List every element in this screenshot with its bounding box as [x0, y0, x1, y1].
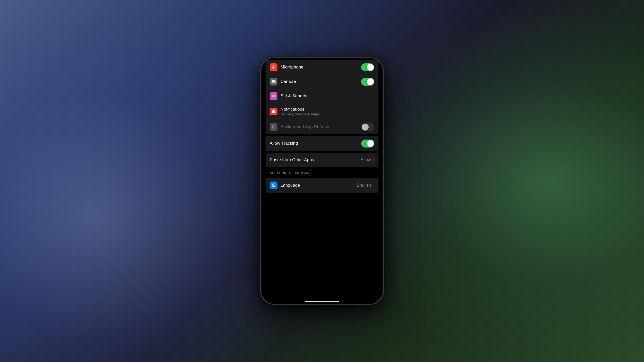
language-group: Language English ›: [266, 178, 378, 193]
permissions-group: Microphone: [266, 60, 378, 134]
microphone-label: Microphone: [281, 65, 361, 70]
settings-scroll[interactable]: Microphone: [261, 58, 383, 304]
power-button[interactable]: [383, 99, 384, 117]
camera-row[interactable]: Camera: [266, 74, 378, 89]
allow-tracking-toggle[interactable]: [361, 140, 374, 148]
siri-icon: [271, 94, 276, 98]
paste-from-apps-group: Paste from Other Apps Allow ›: [266, 153, 378, 167]
siri-icon-wrap: [270, 92, 277, 100]
allow-tracking-row[interactable]: Allow Tracking: [266, 136, 378, 151]
globe-icon-wrap: [270, 182, 277, 189]
background-refresh-icon-wrap: [270, 123, 277, 131]
camera-toggle[interactable]: [361, 78, 374, 86]
allow-tracking-label: Allow Tracking: [270, 141, 361, 146]
paste-from-apps-label: Paste from Other Apps: [270, 157, 361, 162]
camera-icon-wrap: [270, 78, 277, 85]
svg-point-1: [273, 96, 274, 97]
background-refresh-row[interactable]: Background App Refresh: [266, 120, 378, 134]
paste-from-apps-value: Allow: [361, 157, 371, 162]
notifications-icon: [271, 109, 276, 114]
notifications-label: Notifications: [281, 107, 372, 112]
language-label: Language: [281, 183, 357, 188]
background-refresh-toggle[interactable]: [361, 123, 374, 131]
home-indicator[interactable]: [305, 301, 339, 302]
notifications-label-wrap: Notifications Banners, Sounds, Badges: [281, 107, 372, 116]
language-value: English: [357, 183, 371, 188]
siri-chevron-icon: ›: [373, 94, 374, 98]
paste-from-apps-row[interactable]: Paste from Other Apps Allow ›: [266, 153, 378, 167]
mute-switch: [260, 85, 261, 93]
phone-frame: Microphone: [260, 57, 384, 305]
camera-toggle-thumb: [367, 78, 374, 85]
phone-screen: Microphone: [261, 58, 383, 304]
microphone-row[interactable]: Microphone: [266, 60, 378, 74]
notifications-chevron-icon: ›: [373, 109, 374, 114]
globe-icon: [271, 183, 276, 188]
microphone-toggle[interactable]: [361, 63, 374, 71]
microphone-icon-wrap: [270, 63, 277, 71]
siri-label: Siri & Search: [281, 93, 372, 99]
preferred-language-section: PREFERRED LANGUAGE Language E: [261, 169, 383, 193]
allow-tracking-toggle-thumb: [367, 140, 374, 147]
language-row[interactable]: Language English ›: [266, 178, 378, 193]
notifications-row[interactable]: Notifications Banners, Sounds, Badges ›: [266, 103, 378, 120]
phone: Microphone: [260, 57, 384, 305]
microphone-icon: [271, 65, 276, 70]
camera-icon: [271, 79, 276, 84]
background-refresh-label: Background App Refresh: [281, 124, 361, 130]
volume-up-button[interactable]: [260, 94, 261, 107]
background-refresh-icon: [271, 125, 276, 129]
allow-tracking-group: Allow Tracking: [266, 136, 378, 151]
notifications-icon-wrap: [270, 108, 277, 115]
siri-row[interactable]: Siri & Search ›: [266, 89, 378, 103]
camera-label: Camera: [281, 79, 361, 84]
notifications-sublabel: Banners, Sounds, Badges: [281, 112, 372, 116]
paste-from-apps-chevron-icon: ›: [373, 158, 374, 162]
volume-down-button[interactable]: [260, 111, 261, 124]
background-refresh-toggle-thumb: [362, 124, 369, 131]
screen-content: Microphone: [261, 58, 383, 304]
preferred-language-header: PREFERRED LANGUAGE: [261, 169, 383, 176]
language-chevron-icon: ›: [373, 183, 374, 187]
settings-content: Microphone: [261, 60, 383, 205]
microphone-toggle-thumb: [367, 64, 374, 71]
